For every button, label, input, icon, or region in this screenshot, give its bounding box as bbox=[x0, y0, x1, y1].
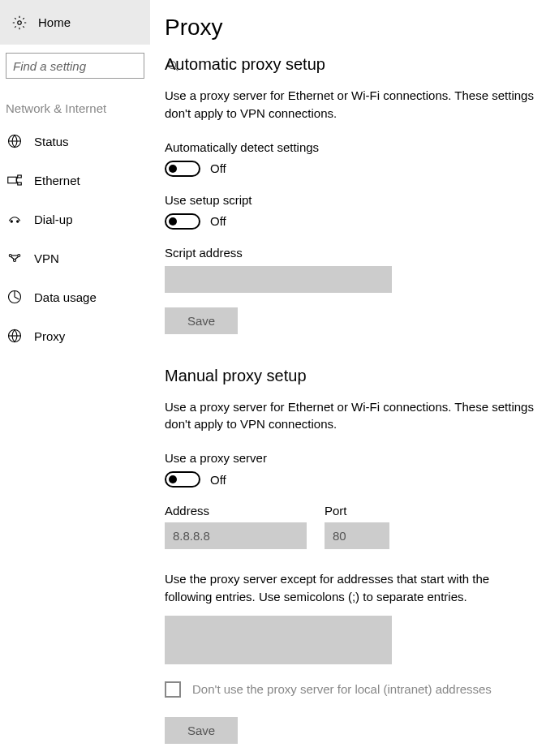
gear-icon bbox=[12, 15, 27, 30]
manual-save-button[interactable]: Save bbox=[165, 717, 238, 744]
sidebar-item-proxy[interactable]: Proxy bbox=[0, 316, 150, 355]
ethernet-icon bbox=[7, 174, 22, 186]
sidebar-item-label: VPN bbox=[34, 251, 59, 265]
detect-label: Automatically detect settings bbox=[165, 140, 534, 154]
exceptions-input[interactable] bbox=[165, 616, 392, 664]
svg-line-15 bbox=[11, 257, 15, 260]
svg-point-12 bbox=[18, 255, 20, 257]
use-proxy-toggle[interactable] bbox=[165, 471, 200, 488]
sidebar-item-dialup[interactable]: Dial-up bbox=[0, 200, 150, 238]
local-checkbox[interactable] bbox=[165, 681, 181, 698]
proxy-icon bbox=[7, 329, 22, 343]
data-usage-icon bbox=[7, 290, 22, 304]
svg-point-10 bbox=[17, 221, 19, 222]
vpn-icon bbox=[7, 252, 22, 264]
main-content: Proxy Automatic proxy setup Use a proxy … bbox=[150, 0, 546, 756]
local-label: Don't use the proxy server for local (in… bbox=[192, 682, 492, 696]
svg-point-11 bbox=[9, 255, 11, 257]
address-input[interactable] bbox=[165, 522, 307, 549]
manual-heading: Manual proxy setup bbox=[165, 367, 534, 385]
home-label: Home bbox=[38, 15, 71, 29]
sidebar-item-label: Data usage bbox=[34, 290, 97, 304]
manual-desc: Use a proxy server for Ethernet or Wi-Fi… bbox=[165, 398, 534, 434]
network-icon bbox=[7, 134, 22, 148]
dialup-icon bbox=[7, 213, 22, 225]
except-desc: Use the proxy server except for addresse… bbox=[165, 570, 534, 606]
svg-rect-5 bbox=[18, 175, 22, 178]
sidebar-item-label: Ethernet bbox=[34, 174, 80, 187]
auto-heading: Automatic proxy setup bbox=[165, 55, 534, 74]
svg-point-9 bbox=[11, 221, 12, 222]
script-addr-label: Script address bbox=[165, 246, 534, 260]
sidebar-item-label: Dial-up bbox=[34, 213, 73, 226]
section-label: Network & Internet bbox=[0, 79, 150, 122]
script-toggle[interactable] bbox=[165, 213, 200, 230]
sidebar-item-vpn[interactable]: VPN bbox=[0, 238, 150, 277]
script-state: Off bbox=[210, 214, 226, 228]
sidebar-item-datausage[interactable]: Data usage bbox=[0, 277, 150, 316]
port-label: Port bbox=[325, 504, 389, 518]
script-address-input[interactable] bbox=[165, 266, 392, 293]
sidebar: Home Network & Internet Status Ethernet bbox=[0, 0, 150, 756]
sidebar-item-label: Proxy bbox=[34, 329, 65, 343]
svg-rect-4 bbox=[8, 177, 17, 183]
use-proxy-state: Off bbox=[210, 473, 226, 487]
search-box[interactable] bbox=[6, 53, 144, 79]
script-label: Use setup script bbox=[165, 193, 534, 207]
auto-desc: Use a proxy server for Ethernet or Wi-Fi… bbox=[165, 87, 534, 122]
detect-state: Off bbox=[210, 161, 226, 175]
auto-save-button[interactable]: Save bbox=[165, 307, 238, 334]
svg-line-16 bbox=[15, 257, 19, 260]
sidebar-item-status[interactable]: Status bbox=[0, 122, 150, 161]
page-title: Proxy bbox=[165, 15, 534, 41]
detect-toggle[interactable] bbox=[165, 161, 200, 177]
use-proxy-label: Use a proxy server bbox=[165, 451, 534, 465]
home-button[interactable]: Home bbox=[0, 0, 150, 45]
sidebar-item-label: Status bbox=[34, 135, 69, 148]
address-label: Address bbox=[165, 504, 307, 518]
port-input[interactable] bbox=[325, 522, 389, 549]
sidebar-item-ethernet[interactable]: Ethernet bbox=[0, 161, 150, 200]
svg-point-13 bbox=[14, 260, 16, 262]
svg-rect-6 bbox=[18, 183, 22, 185]
svg-point-0 bbox=[18, 20, 22, 24]
search-input[interactable] bbox=[13, 59, 167, 73]
